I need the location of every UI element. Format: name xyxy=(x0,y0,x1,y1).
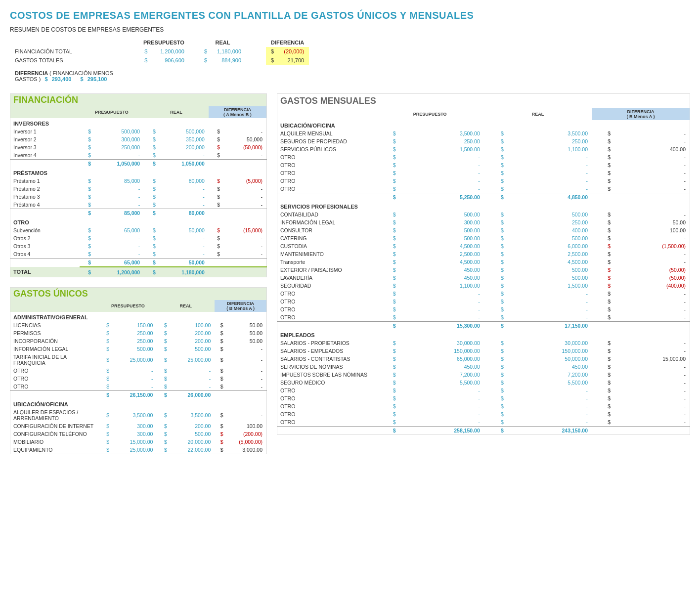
gm-title-row: GASTOS MENSUALES xyxy=(277,94,690,109)
summary-diferencia-total-row: DIFERENCIA ( FINANCIACIÓN MENOS GASTOS )… xyxy=(10,69,309,84)
right-column: GASTOS MENSUALES PRESUPUESTO REAL DIFERE… xyxy=(277,93,690,464)
gu-incorporacion: INCORPORACIÓN $ 250.00 $ 200.00 $ 50.00 xyxy=(10,337,267,345)
gm-custodia: CUSTODIA $ 4,500.00 $ 6,000.00 $ (1,500.… xyxy=(277,242,690,250)
gu-title-row: GASTOS ÚNICOS xyxy=(10,288,267,301)
gu-col-diff: DIFERENCIA( B Menos A ) xyxy=(215,300,266,312)
gu-col-headers: PRESUPUESTO REAL DIFERENCIA( B Menos A ) xyxy=(10,300,267,312)
summary-gastos-diff-sym: $ xyxy=(266,56,279,65)
gm-sp-otro3: OTRO $ - $ - $ - xyxy=(277,305,690,313)
gu-alquiler: ALQUILER DE ESPACIOS / ARRENDAMIENTO $ 3… xyxy=(10,408,267,422)
summary-financiacion-diff: (20,000) xyxy=(279,47,309,56)
gu-admin-header: ADMINISTRATIVO/GENERAL xyxy=(10,312,267,321)
fin-prestamos-subtotal: $ 85,000 $ 80,000 xyxy=(10,209,267,217)
gu-equipamiento: EQUIPAMIENTO $ 25,000.00 $ 22,000.00 $ 3… xyxy=(10,446,267,454)
page-title: COSTOS DE EMPRESAS EMERGENTES CON PLANTI… xyxy=(10,10,690,21)
gm-serv-prof-subtotal: $ 15,300.00 $ 17,150.00 xyxy=(277,322,690,330)
gu-permisos: PERMISOS $ 250.00 $ 200.00 $ 50.00 xyxy=(10,329,267,337)
gm-catering: CATERING $ 500.00 $ 500.00 $ - xyxy=(277,234,690,242)
fin-inversor4: Inversor 4 $ - $ - $ - xyxy=(10,151,267,160)
summary-gastos-real: 884,900 xyxy=(212,56,246,65)
financiacion-title: FINANCIACIÓN xyxy=(10,94,267,107)
gm-consultor: CONSULTOR $ 500.00 $ 400.00 $ 100.00 xyxy=(277,226,690,234)
gm-ubicacion-subtotal: $ 5,250.00 $ 4,850.00 xyxy=(277,193,690,202)
gm-servicios-publicos: SERVICIOS PÚBLICOS $ 1,500.00 $ 1,100.00… xyxy=(277,145,690,153)
gu-admin-subtotal: $ 26,150.00 $ 26,000.00 xyxy=(10,391,267,399)
gm-seguro-medico: SEGURO MÉDICO $ 5,500.00 $ 5,500.00 $ - xyxy=(277,379,690,387)
gu-title: GASTOS ÚNICOS xyxy=(10,288,267,301)
fin-inversor1: Inversor 1 $ 500,000 $ 500,000 $ - xyxy=(10,128,267,135)
fin-otros4: Otros 4 $ - $ - $ - xyxy=(10,250,267,258)
summary-gastos-real-sym: $ xyxy=(199,56,212,65)
gm-ubicacion-header: UBICACIÓN/OFICINA xyxy=(277,120,690,129)
fin-total-row: TOTAL $ 1,200,000 $ 1,180,000 xyxy=(10,267,267,277)
gm-emp-otro3: OTRO $ - $ - $ - xyxy=(277,402,690,410)
summary-financiacion-diff-sym: $ xyxy=(266,47,279,56)
fin-otro-header: OTRO xyxy=(10,217,267,226)
summary-section: PRESUPUESTO REAL DIFERENCIA FINANCIACIÓN… xyxy=(10,38,690,84)
financiacion-title-row: FINANCIACIÓN xyxy=(10,94,267,107)
fin-otro-subtotal: $ 65,000 $ 50,000 xyxy=(10,258,267,267)
gm-sp-otro2: OTRO $ - $ - $ - xyxy=(277,298,690,305)
gm-title: GASTOS MENSUALES xyxy=(277,94,690,109)
fin-col-real: REAL xyxy=(144,106,209,118)
gu-internet: CONFIGURACIÓN DE INTERNET $ 300.00 $ 200… xyxy=(10,422,267,430)
fin-col-diff: DIFERENCIA( A Menos B ) xyxy=(209,106,267,118)
gm-sp-otro1: OTRO $ - $ - $ - xyxy=(277,290,690,298)
gm-info-legal: INFORMACIÓN LEGAL $ 300.00 $ 250.00 $ 50… xyxy=(277,218,690,226)
gu-ubicacion-header: UBICACIÓN/OFICINA xyxy=(10,399,267,408)
gm-ub-otro4: OTRO $ - $ - $ - xyxy=(277,177,690,185)
gu-licencias: LICENCIAS $ 150.00 $ 100.00 $ 50.00 xyxy=(10,321,267,329)
fin-prestamo1: Préstamo 1 $ 85,000 $ 80,000 $ (5,000) xyxy=(10,177,267,185)
summary-table: PRESUPUESTO REAL DIFERENCIA FINANCIACIÓN… xyxy=(10,38,309,84)
gm-emp-otro4: OTRO $ - $ - $ - xyxy=(277,410,690,418)
gastos-unicos-table: GASTOS ÚNICOS PRESUPUESTO REAL DIFERENCI… xyxy=(10,287,267,454)
summary-gastos-row: GASTOS TOTALES $ 906,600 $ 884,900 $ 21,… xyxy=(10,56,309,65)
gastos-mensuales-table: GASTOS MENSUALES PRESUPUESTO REAL DIFERE… xyxy=(277,93,690,435)
gm-contabilidad: CONTABILIDAD $ 500.00 $ 500.00 $ - xyxy=(277,211,690,218)
fin-prestamo3: Préstamo 3 $ - $ - $ - xyxy=(10,193,267,201)
gu-otro2: OTRO $ - $ - $ - xyxy=(10,375,267,383)
gm-emp-otro1: OTRO $ - $ - $ - xyxy=(277,387,690,394)
financiacion-table: FINANCIACIÓN PRESUPUESTO REAL DIFERENCIA… xyxy=(10,93,267,277)
gu-info-legal: INFORMACIÓN LEGAL $ 500.00 $ 500.00 $ - xyxy=(10,345,267,353)
gm-sal-propietarios: SALARIOS - PROPIETARIOS $ 30,000.00 $ 30… xyxy=(277,339,690,347)
gm-col-headers: PRESUPUESTO REAL DIFERENCIA( B Menos A ) xyxy=(277,108,690,120)
gm-serv-prof-header: SERVICIOS PROFESIONALES xyxy=(277,201,690,211)
fin-inversor2: Inversor 2 $ 300,000 $ 350,000 $ 50,000 xyxy=(10,135,267,143)
gm-empleados-header: EMPLEADOS xyxy=(277,330,690,339)
fin-inversores-header: INVERSORES xyxy=(10,118,267,128)
financiacion-col-headers: PRESUPUESTO REAL DIFERENCIA( A Menos B ) xyxy=(10,106,267,118)
gm-impuestos-nominas: IMPUESTOS SOBRE LAS NÓMINAS $ 7,200.00 $… xyxy=(277,371,690,379)
gm-sal-empleados: SALARIOS - EMPLEADOS $ 150,000.00 $ 150,… xyxy=(277,347,690,355)
summary-financiacion-pres: 1,200,000 xyxy=(152,47,189,56)
fin-subvencion: Subvención $ 65,000 $ 50,000 $ (15,000) xyxy=(10,226,267,234)
summary-financiacion-pres-sym: $ xyxy=(138,47,152,56)
gm-seguridad: SEGURIDAD $ 1,100.00 $ 1,500.00 $ (400.0… xyxy=(277,282,690,290)
gm-emp-otro5: OTRO $ - $ - $ - xyxy=(277,418,690,427)
summary-financiacion-row: FINANCIACIÓN TOTAL $ 1,200,000 $ 1,180,0… xyxy=(10,47,309,56)
gm-seguros: SEGUROS DE PROPIEDAD $ 250.00 $ 250.00 $… xyxy=(277,137,690,145)
gu-franquicia: TARIFA INICIAL DE LA FRANQUICIA $ 25,000… xyxy=(10,353,267,367)
gm-ub-otro2: OTRO $ - $ - $ - xyxy=(277,161,690,169)
left-column: FINANCIACIÓN PRESUPUESTO REAL DIFERENCIA… xyxy=(10,93,267,464)
gm-nominas: SERVICIOS DE NÓMINAS $ 450.00 $ 450.00 $… xyxy=(277,363,690,371)
gu-telefono: CONFIGURACIÓN TELÉFONO $ 300.00 $ 500.00… xyxy=(10,430,267,438)
gm-ub-otro5: OTRO $ - $ - $ - xyxy=(277,185,690,193)
fin-prestamos-header: PRÉSTAMOS xyxy=(10,168,267,177)
summary-gastos-label: GASTOS TOTALES xyxy=(10,56,138,65)
summary-financiacion-real-sym: $ xyxy=(199,47,212,56)
gm-exterior: EXTERIOR / PAISAJISMO $ 450.00 $ 500.00 … xyxy=(277,266,690,274)
summary-diferencia-row xyxy=(10,65,309,69)
fin-otros3: Otros 3 $ - $ - $ - xyxy=(10,242,267,250)
gm-col-real: REAL xyxy=(484,108,592,120)
summary-gastos-pres-sym: $ xyxy=(138,56,152,65)
summary-header-row: PRESUPUESTO REAL DIFERENCIA xyxy=(10,38,309,47)
gm-ub-otro3: OTRO $ - $ - $ - xyxy=(277,169,690,177)
fin-col-pres: PRESUPUESTO xyxy=(80,106,144,118)
gu-col-real: REAL xyxy=(157,300,215,312)
gm-mantenimiento: MANTENIMIENTO $ 2,500.00 $ 2,500.00 $ - xyxy=(277,250,690,258)
summary-financiacion-real: 1,180,000 xyxy=(212,47,246,56)
gm-ub-otro1: OTRO $ - $ - $ - xyxy=(277,153,690,161)
gm-sp-otro4: OTRO $ - $ - $ - xyxy=(277,313,690,322)
gm-lavanderia: LAVANDERÍA $ 450.00 $ 500.00 $ (50.00) xyxy=(277,274,690,282)
